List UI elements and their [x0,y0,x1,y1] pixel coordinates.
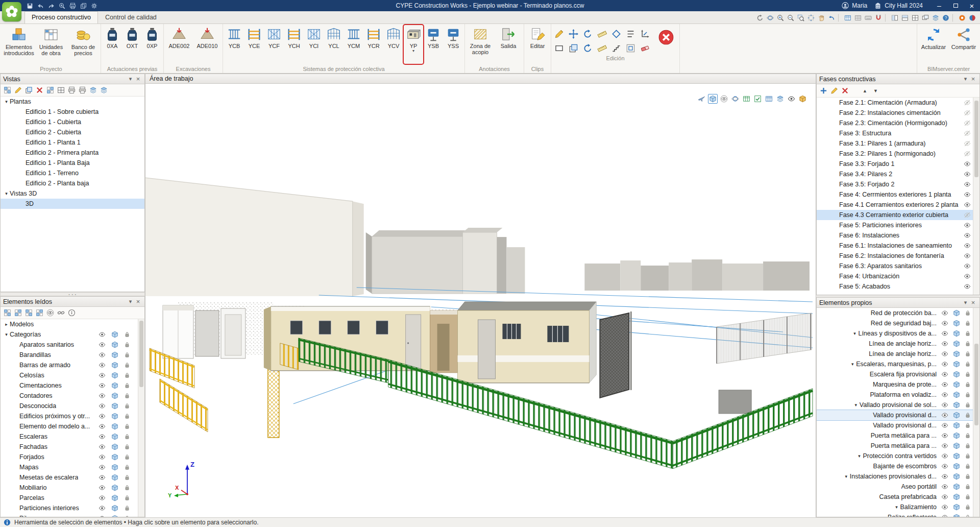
lock-icon[interactable] [965,433,971,439]
view-tree-row[interactable]: Vistas 3D [1,188,144,199]
perspective-icon[interactable] [708,94,718,104]
snap-magnet-icon[interactable] [874,13,883,22]
lock-icon[interactable] [965,473,971,480]
protec-button-ycl[interactable]: YCL ▾ [324,25,344,64]
isolate-cube-icon[interactable] [953,401,960,409]
phase-row[interactable]: Fase 3.5: Forjado 2 [817,179,979,189]
split-horizontal-icon[interactable] [900,13,910,22]
lock-icon[interactable] [965,443,971,449]
visibility-eye-icon[interactable] [941,442,948,449]
visibility-eye-icon[interactable] [99,494,106,501]
tree-arrow-icon[interactable] [3,191,10,196]
orbit-3d-icon[interactable] [766,13,775,22]
lock-icon[interactable] [965,453,971,459]
keyboard-input-icon[interactable] [864,13,873,22]
user-avatar[interactable] [842,2,849,9]
tab-control-de-calidad[interactable]: Control de calidad [98,11,164,23]
viewport-canvas[interactable]: Z Y X [145,84,816,517]
measurement-table-icon[interactable] [843,13,852,22]
measurement-grid-icon[interactable] [764,94,774,104]
visibility-eye-icon[interactable] [99,413,106,420]
app-logo[interactable] [2,2,21,21]
visibility-icon[interactable] [45,308,55,318]
delete-button[interactable] [657,29,675,46]
category-row[interactable]: Escaleras [1,432,144,442]
workspace-icon[interactable] [958,13,967,22]
phase-visibility-eye-icon[interactable] [964,201,971,208]
protec-button-ycm[interactable]: YCM ▾ [344,25,363,64]
lock-icon[interactable] [124,331,130,338]
visibility-eye-icon[interactable] [99,515,106,517]
properties-list-icon[interactable] [624,28,637,40]
visibility-eye-icon[interactable] [941,330,948,337]
view-tree-row[interactable]: Edificio 1 - Cubierta [1,117,144,127]
isolate-cube-icon[interactable] [111,372,118,379]
isolate-cube-icon[interactable] [111,515,118,517]
isolate-cube-icon[interactable] [111,402,118,410]
own-element-row[interactable]: Vallado provisional d... [817,410,979,420]
isolate-cube-icon[interactable] [953,504,960,511]
lock-icon[interactable] [124,413,130,419]
visibility-eye-icon[interactable] [99,351,106,358]
lock-icon[interactable] [124,352,130,358]
lock-icon[interactable] [965,484,971,490]
isolate-cube-icon[interactable] [111,494,118,501]
own-element-row[interactable]: Puerta metálica para ... [817,441,979,451]
dimension-tool-icon[interactable] [596,42,608,55]
print-button[interactable] [68,2,77,10]
category-row[interactable]: Pilares [1,513,144,517]
visibility-eye-icon[interactable] [941,340,948,347]
close-panel-button[interactable] [969,299,977,306]
isolate-cube-icon[interactable] [111,443,118,450]
axes-tool-icon[interactable] [639,28,651,40]
isolate-cube-icon[interactable] [111,351,118,358]
lock-icon[interactable] [124,434,130,440]
phase-visibility-eye-icon[interactable] [964,262,971,270]
lock-icon[interactable] [965,310,971,316]
visibility-eye-icon[interactable] [941,309,948,317]
grid-icon[interactable] [853,13,863,22]
lock-icon[interactable] [124,403,130,409]
ade002-button[interactable]: ADE002 [165,25,193,64]
tab-proceso-constructivo[interactable]: Proceso constructivo [24,11,98,23]
own-element-row[interactable]: Protección contra vertidos [817,451,979,461]
category-row[interactable]: Edificios próximos y otr... [1,411,144,421]
visibility-eye-icon[interactable] [99,382,106,389]
lock-icon[interactable] [965,361,971,367]
undo-button[interactable] [36,2,45,10]
collapse-panel-button[interactable] [962,299,969,306]
takeoff-table-icon[interactable] [742,94,751,104]
own-element-row[interactable]: Baliza reflectante [817,512,979,517]
phase-visibility-eye-icon[interactable] [964,273,971,280]
propios-scrollbar[interactable] [973,308,979,517]
phase-visibility-eye-icon[interactable] [964,150,971,157]
oxa-button[interactable]: 0XA [103,25,122,64]
visibility-eye-icon[interactable] [99,464,106,471]
tile-views-icon[interactable] [56,85,66,95]
visibility-eye-icon[interactable] [941,371,948,378]
isolate-cube-icon[interactable] [111,484,118,491]
phase-visibility-eye-icon[interactable] [964,211,971,219]
lock-icon[interactable] [965,351,971,357]
view-tree-row[interactable]: Edificio 1 - Planta Baja [1,158,144,168]
fly-mode-icon[interactable] [697,94,706,104]
visibility-eye-icon[interactable] [99,341,106,348]
own-element-row[interactable]: Escalera fija provisional [817,369,979,379]
phase-visibility-eye-icon[interactable] [964,181,971,188]
snap-tool-icon[interactable] [610,28,623,40]
phase-row[interactable]: Fase 4.3 Cerramiento exterior cubierta [817,210,979,220]
phase-row[interactable]: Fase 2.2: Instalaciones cimentación [817,108,979,118]
phase-visibility-eye-icon[interactable] [964,99,971,106]
view-tree-row[interactable]: Plantas [1,97,144,107]
previous-view-icon[interactable] [827,13,836,22]
phase-visibility-eye-icon[interactable] [964,171,971,178]
lock-icon[interactable] [965,463,971,469]
isolate-cube-icon[interactable] [953,320,960,327]
phase-row[interactable]: Fase 6.3: Aparatos sanitarios [817,261,979,271]
isolate-cube-icon[interactable] [111,433,118,440]
visibility-eye-icon[interactable] [941,452,948,460]
chevron-down-icon[interactable] [852,402,860,408]
project-name[interactable]: City Hall 2024 [885,2,923,9]
category-row[interactable]: Fachadas [1,442,144,452]
lock-icon[interactable] [124,454,130,460]
